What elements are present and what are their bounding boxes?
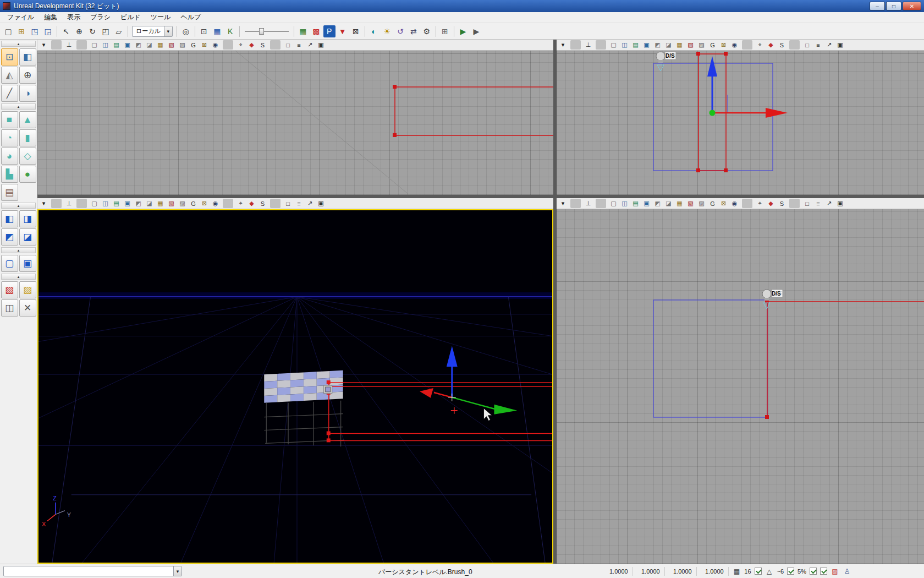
camera-lock-icon[interactable]: ⌖ [755, 199, 765, 208]
light-actor[interactable]: D/S [656, 52, 676, 71]
viewport-sizing-icon[interactable]: ≡ [813, 40, 823, 50]
view-shader-complexity-icon[interactable]: ▧ [166, 40, 177, 50]
play-on-device-icon[interactable]: ▶ [470, 25, 482, 37]
build-geometry-icon[interactable]: ◐ [368, 25, 380, 37]
view-unlit-icon[interactable]: ▤ [630, 199, 641, 208]
maximize-viewport-icon[interactable]: □ [283, 40, 293, 50]
view-lighting-only-icon[interactable]: ◪ [663, 40, 674, 50]
menu-help[interactable]: ヘルプ [175, 12, 206, 23]
grid-snap-checkbox[interactable] [755, 568, 762, 575]
move-camera-with-object-icon[interactable]: ◆ [766, 40, 776, 50]
curved-stair-brush-button[interactable]: ◔ [1, 129, 18, 146]
camera-mode-button[interactable]: ⊡ [1, 48, 18, 66]
gizmo-x-arrow[interactable] [766, 108, 788, 118]
rotation-snap-value[interactable]: ~6 [777, 568, 784, 575]
view-lightmap-density-icon[interactable]: ▨ [177, 199, 188, 208]
viewport-options-dropdown[interactable]: ▾ [38, 40, 49, 50]
view-wireframe-icon[interactable]: ▢ [608, 199, 619, 208]
viewport-sizing-icon[interactable]: ≡ [294, 199, 304, 208]
rotate-tool-icon[interactable]: ↻ [86, 25, 98, 37]
grid-snap-icon[interactable]: ▦ [732, 567, 741, 576]
view-brush-wireframe-icon[interactable]: ◫ [100, 199, 111, 208]
brush-clip-button[interactable]: ╱ [1, 85, 18, 102]
gizmo-x-arrow[interactable] [420, 388, 433, 398]
find-actors-icon[interactable]: ◎ [180, 25, 192, 37]
camera-lock-icon[interactable]: ⌖ [755, 40, 765, 50]
palette-section-header-select[interactable]: ▴ [1, 274, 36, 280]
float-viewport-icon[interactable]: ↗ [824, 199, 834, 208]
viewport-options-dropdown[interactable]: ▾ [38, 199, 49, 208]
move-camera-with-object-icon[interactable]: ◆ [246, 199, 257, 208]
view-lightmap-density-icon[interactable]: ▨ [177, 40, 188, 50]
texture-align-button[interactable]: ◑ [19, 85, 36, 102]
play-level-icon[interactable]: P [323, 25, 336, 37]
menu-file[interactable]: ファイル [2, 12, 39, 23]
csg-deintersect-button[interactable]: ◪ [19, 228, 36, 246]
detach-viewport-icon[interactable]: ▣ [316, 199, 326, 208]
gizmo-origin[interactable] [710, 110, 716, 116]
show-sockets-icon[interactable]: ▦ [297, 25, 309, 37]
chevron-down-icon[interactable]: ▾ [164, 26, 172, 36]
minimize-button[interactable]: – [870, 2, 885, 10]
streaming-volume-preview-icon[interactable]: S [777, 199, 787, 208]
view-lighting-only-icon[interactable]: ◪ [144, 199, 155, 208]
viewport-sizing-icon[interactable]: ≡ [294, 40, 304, 50]
game-view-icon[interactable]: G [188, 199, 199, 208]
coord-space-dropdown[interactable]: ローカル ▾ [132, 26, 173, 37]
view-detail-lighting-icon[interactable]: ◩ [133, 199, 144, 208]
spiral-stair-brush-button[interactable]: ◕ [1, 148, 18, 165]
realtime-toggle-icon[interactable]: ⊥ [583, 40, 593, 50]
save-all-icon[interactable]: ◲ [42, 25, 54, 37]
camera-lock-icon[interactable]: ⌖ [235, 40, 246, 50]
view-unlit-icon[interactable]: ▤ [111, 40, 122, 50]
realtime-toggle-icon[interactable]: ⊥ [64, 199, 74, 208]
level-stream-dropdown[interactable]: ▾ [3, 566, 182, 576]
view-unlit-icon[interactable]: ▤ [111, 199, 122, 208]
game-view-icon[interactable]: G [707, 199, 718, 208]
view-lighting-only-icon[interactable]: ◪ [144, 40, 155, 50]
detach-viewport-icon[interactable]: ▣ [835, 199, 845, 208]
csg-add-button[interactable]: ◧ [1, 210, 18, 227]
light-actor[interactable]: D/S [762, 290, 783, 309]
cylinder-brush-button[interactable]: ▮ [19, 129, 36, 146]
game-view-icon[interactable]: G [707, 40, 718, 50]
select-tool-icon[interactable]: ↖ [60, 25, 72, 37]
chevron-down-icon[interactable]: ▾ [173, 566, 182, 576]
show-flags-icon[interactable]: ◉ [210, 40, 221, 50]
view-brush-wireframe-icon[interactable]: ◫ [619, 40, 630, 50]
view-brush-wireframe-icon[interactable]: ◫ [619, 199, 630, 208]
add-volume-button[interactable]: ▣ [19, 255, 36, 272]
build-cover-icon[interactable]: ⇄ [408, 25, 420, 37]
menu-brush[interactable]: ブラシ [85, 12, 116, 23]
build-all-icon[interactable]: ⚙ [421, 25, 433, 37]
view-texture-density-icon[interactable]: ▦ [674, 199, 685, 208]
nonuniform-scale-tool-icon[interactable]: ▱ [113, 25, 125, 37]
csg-subtract-button[interactable]: ◨ [19, 210, 36, 227]
menu-view[interactable]: 表示 [62, 12, 85, 23]
csg-intersect-button[interactable]: ◩ [1, 228, 18, 246]
add-special-brush-button[interactable]: ▢ [1, 255, 18, 272]
float-viewport-icon[interactable]: ↗ [305, 40, 315, 50]
maximize-viewport-icon[interactable]: □ [283, 199, 293, 208]
special-select-button[interactable]: ✕ [19, 299, 36, 317]
cone-brush-button[interactable]: ▲ [19, 111, 36, 128]
grid-size-value[interactable]: 16 [744, 568, 751, 575]
view-lighting-only-icon[interactable]: ◪ [663, 199, 674, 208]
autosave-checkbox[interactable] [820, 568, 827, 575]
view-texture-density-icon[interactable]: ▦ [155, 40, 166, 50]
detach-viewport-icon[interactable]: ▣ [316, 40, 326, 50]
menu-tools[interactable]: ツール [146, 12, 176, 23]
maximize-button[interactable]: □ [886, 2, 901, 10]
publish-icon[interactable]: ▼ [337, 25, 349, 37]
palette-section-header-csg[interactable]: ▴ [1, 203, 36, 209]
view-wireframe-icon[interactable]: ▢ [89, 199, 100, 208]
translate-mode-button[interactable]: ⊕ [19, 67, 36, 84]
package-level-icon[interactable]: ⊠ [350, 25, 362, 37]
view-shader-complexity-icon[interactable]: ▧ [166, 199, 177, 208]
actor-sprite[interactable] [324, 385, 332, 394]
invert-selection-button[interactable]: ◫ [1, 299, 18, 317]
camera-lock-icon[interactable]: ⌖ [235, 199, 246, 208]
palette-section-header-modes[interactable]: ▴ [1, 41, 36, 47]
view-shader-complexity-icon[interactable]: ▧ [685, 199, 696, 208]
sphere-brush-button[interactable]: ● [19, 166, 36, 183]
